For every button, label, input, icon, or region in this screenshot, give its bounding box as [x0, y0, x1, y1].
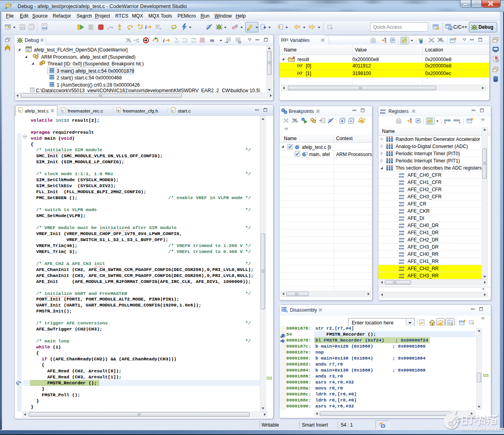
svg-text:c: c [20, 109, 21, 113]
svg-text:1010: 1010 [453, 119, 460, 122]
svg-text:0101: 0101 [380, 112, 386, 114]
svg-text:0101: 0101 [399, 276, 404, 279]
svg-text:0101: 0101 [399, 255, 404, 257]
svg-text:C: C [449, 27, 452, 30]
svg-text:010: 010 [42, 27, 47, 30]
svg-text:c: c [172, 109, 174, 113]
svg-text:c: c [28, 48, 29, 52]
svg-text:0101: 0101 [399, 204, 404, 207]
svg-text:h: h [118, 109, 120, 113]
svg-text:0101: 0101 [399, 176, 404, 178]
svg-text:0101: 0101 [399, 262, 404, 264]
svg-text:0101: 0101 [399, 233, 404, 235]
svg-text:i: i [145, 24, 147, 30]
svg-text:i: i [163, 38, 165, 44]
svg-text:c: c [62, 109, 64, 113]
svg-text:0101: 0101 [399, 240, 404, 243]
svg-text:0101: 0101 [399, 190, 404, 192]
svg-text:0101: 0101 [399, 219, 404, 221]
svg-text:0101: 0101 [399, 197, 404, 200]
svg-text:m: m [210, 38, 214, 43]
svg-text:0101: 0101 [399, 212, 404, 214]
svg-text:1010: 1010 [444, 119, 451, 122]
svg-text:0101: 0101 [399, 183, 404, 185]
svg-text:www.elecfans.com: www.elecfans.com [461, 426, 504, 432]
svg-text:0101: 0101 [399, 247, 404, 250]
svg-text:0101: 0101 [399, 226, 404, 228]
svg-text:0101: 0101 [399, 269, 404, 271]
